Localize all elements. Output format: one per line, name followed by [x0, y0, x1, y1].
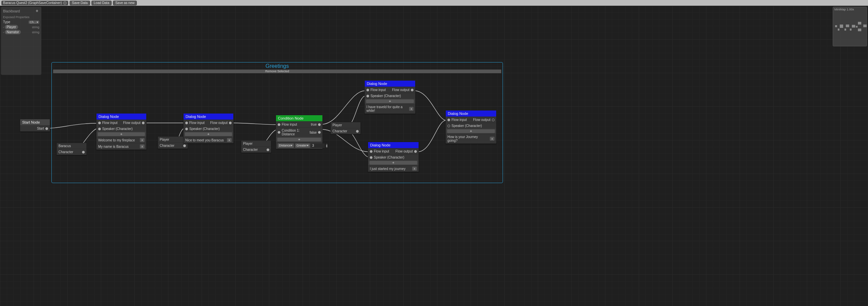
output-port-true[interactable] [318, 123, 321, 126]
input-port-flow[interactable] [98, 122, 101, 124]
output-port-flow[interactable] [142, 122, 145, 124]
output-port[interactable] [82, 151, 85, 154]
bb-prop-type: string [32, 26, 39, 29]
dialog-node-3[interactable]: Dialog Node Flow inputFlow output Speake… [364, 80, 415, 114]
input-port-speaker[interactable] [366, 95, 369, 97]
output-port[interactable] [267, 148, 269, 151]
dialog-node-4[interactable]: Dialog Node Flow inputFlow output Speake… [368, 142, 419, 172]
blackboard-panel[interactable]: Blackboard + Exposed Properties Type Ch…… [1, 7, 41, 75]
remove-line-button[interactable]: x [490, 137, 495, 141]
bb-prop-name[interactable]: Narrator [5, 30, 21, 34]
port-label: Flow output [210, 121, 227, 125]
port-label: Flow output [392, 88, 409, 92]
port-label: Flow input [452, 118, 467, 122]
port-label: Flow input [370, 88, 386, 92]
save-button[interactable]: Save Data [70, 1, 90, 5]
remove-line-button[interactable]: x [227, 138, 231, 142]
minimap-viewport[interactable] [834, 12, 866, 45]
token-label: Player [243, 142, 252, 145]
remove-condition-button[interactable]: x [326, 144, 328, 148]
input-port-speaker[interactable] [98, 128, 101, 130]
asset-field[interactable]: Baracus Quest2 (GraphSaveContainer) ⊙ [1, 1, 68, 5]
add-line-button[interactable]: + [366, 99, 414, 103]
token-sub: Character [160, 144, 182, 147]
add-line-button[interactable]: + [185, 132, 232, 136]
token-sub: Character [59, 150, 81, 154]
dialog-line[interactable]: Welcome to my fireplace [98, 138, 135, 142]
port-label: Speaker (Character) [374, 156, 404, 159]
port-label: Flow input [374, 149, 389, 153]
output-port[interactable] [356, 130, 359, 133]
node-title: Dialog Node [365, 80, 415, 87]
remove-line-button[interactable]: x [140, 138, 145, 142]
blackboard-add-button[interactable]: + [35, 9, 39, 13]
save-as-button[interactable]: Save as new [113, 1, 137, 5]
input-port-speaker[interactable] [370, 156, 372, 159]
blackboard-title: Blackboard [3, 9, 20, 13]
output-port-flow[interactable] [229, 122, 231, 124]
port-label: Flow output [123, 121, 141, 125]
input-port-speaker[interactable] [185, 128, 188, 130]
add-condition-button[interactable]: + [277, 138, 321, 141]
output-port-false[interactable] [318, 131, 321, 134]
start-node[interactable]: Start Node Start [20, 119, 50, 132]
output-port-flow[interactable] [411, 89, 413, 91]
token-label: Baracus [59, 144, 71, 148]
group-remove-button[interactable]: Remove Selected [53, 70, 501, 73]
asset-name: Baracus Quest2 (GraphSaveContainer) [3, 1, 62, 5]
port-label: Flow input [189, 121, 205, 125]
dialog-node-5[interactable]: Dialog Node Flow inputFlow output Speake… [445, 110, 497, 144]
port-label-true: true [311, 123, 317, 126]
dialog-node-2[interactable]: Dialog Node Flow inputFlow output Speake… [183, 113, 234, 143]
blackboard-col-type: Type [3, 20, 10, 24]
asset-picker-icon[interactable]: ⊙ [63, 1, 67, 5]
chevron-right-icon: › [3, 26, 4, 29]
dialog-line[interactable]: Nice to meet you Baracus [185, 138, 224, 142]
add-line-button[interactable]: + [98, 132, 145, 136]
input-port-flow[interactable] [366, 89, 369, 91]
condition-node[interactable]: Condition Node Flow inputtrue Condition … [276, 115, 323, 149]
dialog-line[interactable]: My name is Baracus [98, 145, 129, 148]
add-line-button[interactable]: + [447, 129, 495, 133]
remove-line-button[interactable]: x [412, 167, 417, 171]
input-port-flow[interactable] [185, 122, 188, 124]
input-port-flow[interactable] [370, 150, 372, 153]
input-port-flow[interactable] [447, 118, 450, 121]
group-title[interactable]: Greetings [52, 63, 503, 70]
dialog-line[interactable]: I just started my journey [370, 167, 405, 171]
blackboard-subtitle: Exposed Properties [2, 15, 40, 20]
remove-line-button[interactable]: x [140, 144, 145, 148]
condition-type-dropdown[interactable]: Distance▾ [278, 143, 294, 148]
dialog-line[interactable]: I have traveld for quite a while! [366, 105, 408, 112]
add-line-button[interactable]: + [369, 161, 417, 165]
character-token-player-2[interactable]: Player Character [241, 140, 271, 153]
output-port-flow[interactable] [414, 150, 417, 153]
graph-canvas[interactable]: Blackboard + Exposed Properties Type Ch…… [0, 6, 868, 306]
output-port-flow[interactable] [492, 118, 495, 121]
output-port[interactable] [45, 127, 48, 130]
port-label: Condition 1: Distance [282, 129, 307, 136]
blackboard-row[interactable]: ›Narrator string [2, 30, 40, 35]
minimap-panel[interactable]: MiniMap 1.00x [833, 7, 867, 46]
input-port-condition[interactable] [278, 131, 280, 134]
character-token-generic[interactable]: Player Character [331, 122, 361, 134]
load-button[interactable]: Load Data [91, 1, 112, 5]
port-label-false: false [310, 131, 317, 134]
port-label: Flow output [473, 118, 491, 122]
character-token-baracus[interactable]: Baracus Character [57, 143, 87, 155]
node-title: Dialog Node [96, 113, 146, 120]
remove-line-button[interactable]: x [409, 107, 413, 111]
condition-op-dropdown[interactable]: Greater▾ [295, 143, 310, 148]
condition-value-field[interactable] [311, 143, 325, 148]
token-label: Player [160, 138, 169, 141]
bb-prop-name[interactable]: Player [5, 25, 18, 29]
output-port[interactable] [183, 144, 186, 147]
dialog-line[interactable]: How is your Journey going? [447, 135, 489, 142]
blackboard-type-dropdown[interactable]: Ch…▾ [29, 21, 39, 24]
input-port-speaker[interactable] [447, 125, 450, 127]
dialog-node-1[interactable]: Dialog Node Flow inputFlow output Speake… [96, 113, 147, 150]
input-port-flow[interactable] [278, 123, 280, 126]
blackboard-row[interactable]: ›Player string [2, 25, 40, 30]
minimap-title: MiniMap 1.00x [833, 7, 867, 12]
port-label: Start [22, 127, 44, 130]
